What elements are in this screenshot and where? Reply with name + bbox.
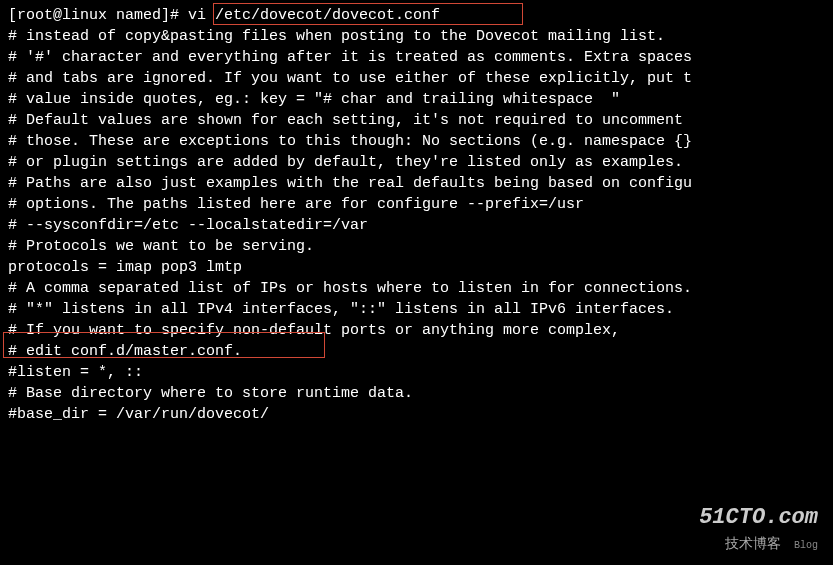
terminal-line: #listen = *, :: xyxy=(8,362,825,383)
terminal-line: # and tabs are ignored. If you want to u… xyxy=(8,68,825,89)
terminal-line: #base_dir = /var/run/dovecot/ xyxy=(8,404,825,425)
terminal-line: # If you want to specify non-default por… xyxy=(8,320,825,341)
terminal-line: # Protocols we want to be serving. xyxy=(8,236,825,257)
terminal-line: # value inside quotes, eg.: key = "# cha… xyxy=(8,89,825,110)
terminal-line: # instead of copy&pasting files when pos… xyxy=(8,26,825,47)
terminal-line: # A comma separated list of IPs or hosts… xyxy=(8,278,825,299)
shell-command: vi /etc/dovecot/dovecot.conf xyxy=(188,7,440,24)
terminal-prompt-line: [root@linux named]# vi /etc/dovecot/dove… xyxy=(8,5,825,26)
terminal-line: protocols = imap pop3 lmtp xyxy=(8,257,825,278)
terminal-line: # Base directory where to store runtime … xyxy=(8,383,825,404)
watermark-sub: 技术博客 xyxy=(725,536,781,552)
terminal-line: # Default values are shown for each sett… xyxy=(8,110,825,131)
terminal-line: # or plugin settings are added by defaul… xyxy=(8,152,825,173)
shell-prompt: [root@linux named]# xyxy=(8,7,188,24)
terminal-line: # those. These are exceptions to this th… xyxy=(8,131,825,152)
watermark: 51CTO.com 技术博客 Blog xyxy=(699,503,818,555)
terminal-line: # options. The paths listed here are for… xyxy=(8,194,825,215)
terminal-line: # edit conf.d/master.conf. xyxy=(8,341,825,362)
terminal-line: # --sysconfdir=/etc --localstatedir=/var xyxy=(8,215,825,236)
terminal-line: # Paths are also just examples with the … xyxy=(8,173,825,194)
watermark-blog: Blog xyxy=(794,539,818,553)
watermark-domain: 51CTO.com xyxy=(699,503,818,534)
terminal-line: # "*" listens in all IPv4 interfaces, ":… xyxy=(8,299,825,320)
terminal-line: # '#' character and everything after it … xyxy=(8,47,825,68)
